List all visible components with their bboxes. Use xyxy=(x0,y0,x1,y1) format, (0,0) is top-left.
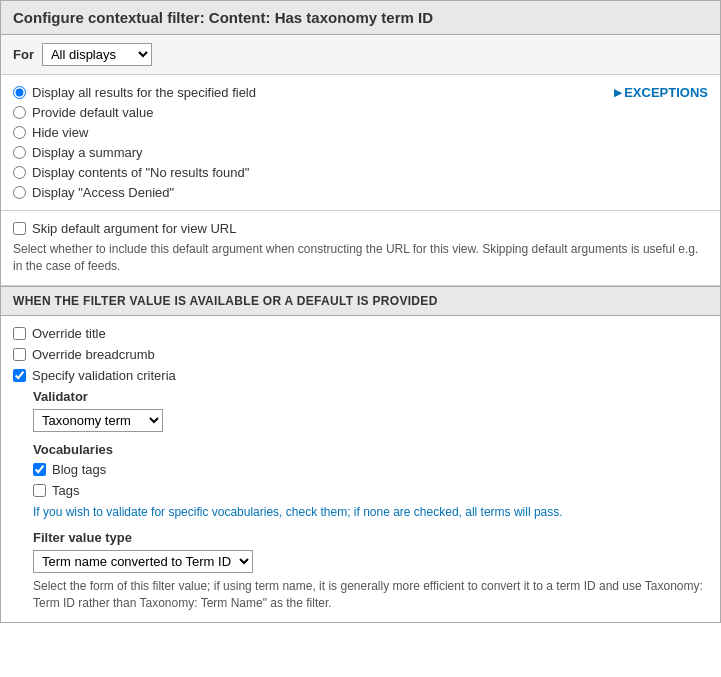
radio-display-all: Display all results for the specified fi… xyxy=(13,85,256,100)
validator-select[interactable]: Taxonomy term None PHP Code Numeric Stri… xyxy=(33,409,163,432)
radio-display-denied: Display "Access Denied" xyxy=(13,185,256,200)
specify-validation-row: Specify validation criteria xyxy=(13,368,708,383)
title-text: Configure contextual filter: Content: Ha… xyxy=(13,9,433,26)
exceptions-link-container: EXCEPTIONS xyxy=(614,85,708,100)
filter-value-type-label: Filter value type xyxy=(33,530,708,545)
blog-tags-checkbox[interactable] xyxy=(33,463,46,476)
override-breadcrumb-checkbox[interactable] xyxy=(13,348,26,361)
skip-hint: Select whether to include this default a… xyxy=(13,241,708,275)
radio-display-all-label: Display all results for the specified fi… xyxy=(32,85,256,100)
skip-checkbox[interactable] xyxy=(13,222,26,235)
radio-exceptions-row: Display all results for the specified fi… xyxy=(13,85,708,200)
skip-label: Skip default argument for view URL xyxy=(32,221,236,236)
blog-tags-label: Blog tags xyxy=(52,462,106,477)
radio-display-no-results-label: Display contents of "No results found" xyxy=(32,165,249,180)
radio-display-summary: Display a summary xyxy=(13,145,256,160)
radio-display-summary-label: Display a summary xyxy=(32,145,143,160)
skip-row: Skip default argument for view URL xyxy=(13,221,708,236)
radio-group: Display all results for the specified fi… xyxy=(13,85,256,200)
vocabularies-label: Vocabularies xyxy=(33,442,708,457)
vocabularies-section: Vocabularies Blog tags Tags If you wish … xyxy=(33,442,708,521)
radio-display-denied-label: Display "Access Denied" xyxy=(32,185,174,200)
override-title-checkbox[interactable] xyxy=(13,327,26,340)
configure-filter-dialog: Configure contextual filter: Content: Ha… xyxy=(0,0,721,623)
when-filter-header: WHEN THE FILTER VALUE IS AVAILABLE OR A … xyxy=(1,286,720,316)
when-filter-header-text: WHEN THE FILTER VALUE IS AVAILABLE OR A … xyxy=(13,294,438,308)
vocab-hint: If you wish to validate for specific voc… xyxy=(33,504,708,521)
radio-display-no-results: Display contents of "No results found" xyxy=(13,165,256,180)
for-row: For All displays Page Block xyxy=(1,35,720,75)
exceptions-link[interactable]: EXCEPTIONS xyxy=(614,85,708,100)
override-breadcrumb-label: Override breadcrumb xyxy=(32,347,155,362)
blog-tags-row: Blog tags xyxy=(33,462,708,477)
specify-validation-checkbox[interactable] xyxy=(13,369,26,382)
radio-display-all-input[interactable] xyxy=(13,86,26,99)
validator-field-label: Validator xyxy=(33,389,708,404)
radio-hide-view: Hide view xyxy=(13,125,256,140)
tags-row: Tags xyxy=(33,483,708,498)
radio-options-section: Display all results for the specified fi… xyxy=(1,75,720,211)
dialog-title: Configure contextual filter: Content: Ha… xyxy=(1,1,720,35)
radio-provide-default: Provide default value xyxy=(13,105,256,120)
exceptions-label: EXCEPTIONS xyxy=(624,85,708,100)
validator-subsection: Validator Taxonomy term None PHP Code Nu… xyxy=(33,389,708,612)
specify-validation-label: Specify validation criteria xyxy=(32,368,176,383)
filter-value-type-hint: Select the form of this filter value; if… xyxy=(33,578,708,612)
override-title-row: Override title xyxy=(13,326,708,341)
radio-display-denied-input[interactable] xyxy=(13,186,26,199)
radio-provide-default-input[interactable] xyxy=(13,106,26,119)
tags-checkbox[interactable] xyxy=(33,484,46,497)
radio-provide-default-label: Provide default value xyxy=(32,105,153,120)
radio-hide-view-input[interactable] xyxy=(13,126,26,139)
tags-label: Tags xyxy=(52,483,79,498)
filter-available-section: Override title Override breadcrumb Speci… xyxy=(1,316,720,622)
radio-display-summary-input[interactable] xyxy=(13,146,26,159)
override-breadcrumb-row: Override breadcrumb xyxy=(13,347,708,362)
filter-value-type-section: Filter value type Term name converted to… xyxy=(33,530,708,612)
displays-select[interactable]: All displays Page Block xyxy=(42,43,152,66)
override-title-label: Override title xyxy=(32,326,106,341)
filter-value-type-select[interactable]: Term name converted to Term ID Term ID xyxy=(33,550,253,573)
skip-section: Skip default argument for view URL Selec… xyxy=(1,211,720,286)
for-label: For xyxy=(13,47,34,62)
radio-display-no-results-input[interactable] xyxy=(13,166,26,179)
radio-hide-view-label: Hide view xyxy=(32,125,88,140)
